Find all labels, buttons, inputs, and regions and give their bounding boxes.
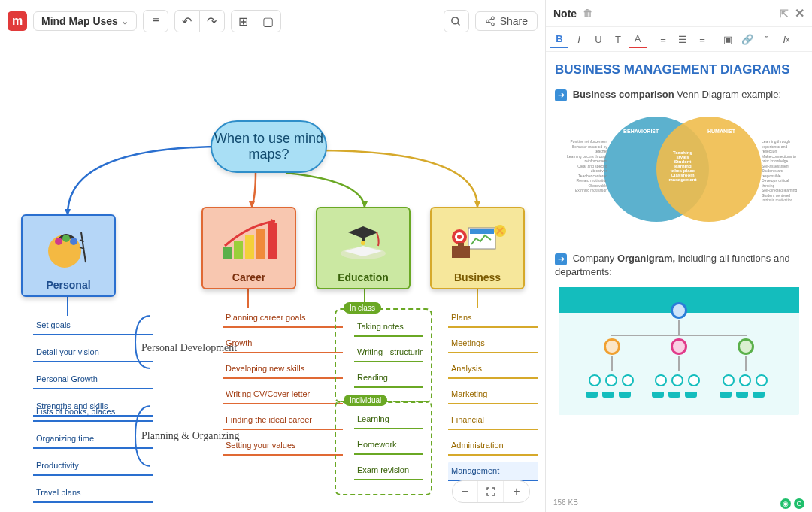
app-logo[interactable]: m <box>8 11 27 31</box>
undo-redo-group: ↶ ↷ <box>174 10 225 32</box>
svg-line-1 <box>458 23 460 25</box>
list-item[interactable]: Homework <box>354 435 423 455</box>
note-header-label: Note <box>553 8 577 20</box>
education-image <box>317 208 409 271</box>
list-item[interactable]: Planning career goals <box>223 308 343 328</box>
undo-button[interactable]: ↶ <box>174 10 200 32</box>
selected-label: Management <box>451 466 499 475</box>
expand-icon[interactable]: ⇱ <box>780 8 789 20</box>
list-item[interactable]: Detail your vision <box>33 343 153 362</box>
list-item[interactable]: Lists of books, places <box>33 402 153 422</box>
svg-rect-33 <box>470 229 494 234</box>
top-toolbar: m Mind Map Uses ⌄ ≡ ↶ ↷ ⊞ ▢ Share <box>0 6 545 36</box>
bold-button[interactable]: B <box>550 30 568 48</box>
align-button[interactable]: ≡ <box>693 30 711 48</box>
education-group-inclass[interactable]: In class Taking notes Writing - structur… <box>335 308 432 403</box>
list-item[interactable]: Travel plans <box>33 483 153 503</box>
share-button[interactable]: Share <box>475 11 538 31</box>
svg-rect-23 <box>234 241 243 259</box>
add-node-button[interactable]: ⊞ <box>231 10 256 32</box>
career-list: Planning career goals Growth Developing … <box>223 308 343 462</box>
list-item[interactable]: Growth <box>223 334 343 353</box>
list-item[interactable]: Learning <box>354 410 423 429</box>
list-item[interactable]: Marketing <box>448 385 538 404</box>
search-button[interactable] <box>444 10 469 32</box>
layout-button[interactable]: ▢ <box>256 10 281 32</box>
italic-button[interactable]: I <box>570 30 588 48</box>
close-icon[interactable]: ✕ <box>795 6 804 20</box>
list-item[interactable]: Finding the ideal career <box>223 411 343 430</box>
redo-button[interactable]: ↷ <box>199 10 225 32</box>
zoom-in-button[interactable]: + <box>504 481 529 502</box>
list-item[interactable]: Taking notes <box>354 317 423 337</box>
list-item[interactable]: Productivity <box>33 456 153 476</box>
branch-personal[interactable]: Personal <box>21 214 116 297</box>
branch-career[interactable]: Career <box>201 207 296 289</box>
note-footer: 156 KB ◉ G <box>546 495 812 512</box>
bullet-list-button[interactable]: ☰ <box>674 30 692 48</box>
underline-button[interactable]: U <box>589 30 607 48</box>
svg-line-5 <box>489 19 492 20</box>
svg-point-16 <box>55 238 62 245</box>
trash-icon[interactable]: 🗑 <box>583 8 592 19</box>
list-item[interactable]: Organizing time <box>33 429 153 449</box>
list-item[interactable]: Analysis <box>448 359 538 379</box>
list-item[interactable]: Writing CV/Cover letter <box>223 385 343 404</box>
note-body[interactable]: BUSINESS MANAGEMENT DIAGRAMS ➔ Business … <box>546 52 812 495</box>
org-chart <box>559 287 799 415</box>
branch-business-label: Business <box>454 271 501 283</box>
list-item[interactable]: Plans <box>448 308 538 328</box>
arrow-icon: ➔ <box>555 89 567 101</box>
share-label: Share <box>500 15 528 27</box>
list-item[interactable]: Writing - structuring <box>354 343 423 362</box>
svg-point-18 <box>70 238 77 245</box>
branch-education[interactable]: Education <box>316 207 411 289</box>
text-button[interactable]: T <box>609 30 627 48</box>
list-item[interactable]: Setting your values <box>223 436 343 456</box>
numbered-list-button[interactable]: ≡ <box>654 30 672 48</box>
list-item[interactable]: Financial <box>448 411 538 430</box>
list-item[interactable]: Meetings <box>448 334 538 353</box>
education-group-individual[interactable]: Individual Learning Homework Exam revisi… <box>335 401 432 495</box>
svg-line-20 <box>80 240 84 241</box>
clear-format-button[interactable]: Ix <box>777 30 795 48</box>
document-title-dropdown[interactable]: Mind Map Uses ⌄ <box>33 11 137 31</box>
zoom-out-button[interactable]: − <box>453 481 478 502</box>
zoom-fit-button[interactable] <box>478 481 504 502</box>
zoom-control: − + <box>452 480 530 503</box>
image-button[interactable]: ▣ <box>719 30 737 48</box>
group-tag: In class <box>344 302 381 314</box>
funnel-icon <box>532 462 538 463</box>
note-size: 156 KB <box>553 498 578 507</box>
personal-image <box>23 216 114 279</box>
grammarly-icon[interactable]: G <box>794 498 804 509</box>
chevron-down-icon: ⌄ <box>121 16 129 26</box>
svg-point-17 <box>62 235 70 242</box>
mindmap-canvas[interactable]: When to use mind maps? Personal Career E… <box>0 45 545 512</box>
link-button[interactable]: 🔗 <box>738 30 756 48</box>
list-item[interactable]: Administration <box>448 436 538 456</box>
note-line-1: ➔ Business comparison Venn Diagram examp… <box>555 88 803 101</box>
branch-business[interactable]: Business <box>430 207 525 289</box>
svg-point-4 <box>491 23 494 26</box>
list-item[interactable]: Exam revision <box>354 461 423 480</box>
list-item[interactable]: Set goals <box>33 316 153 335</box>
svg-rect-26 <box>268 223 277 259</box>
svg-point-36 <box>457 235 462 239</box>
list-item[interactable]: Personal Growth <box>33 370 153 389</box>
grammarly-icon[interactable]: ◉ <box>780 498 791 509</box>
canvas-area[interactable]: m Mind Map Uses ⌄ ≡ ↶ ↷ ⊞ ▢ Share <box>0 0 545 512</box>
list-item[interactable]: Reading <box>354 368 423 388</box>
text-color-button[interactable]: A <box>629 30 647 48</box>
quote-button[interactable]: ” <box>758 30 776 48</box>
list-item[interactable]: Developing new skills <box>223 359 343 379</box>
personal-list-2: Lists of books, places Organizing time P… <box>33 402 153 510</box>
menu-button[interactable]: ≡ <box>143 10 168 32</box>
root-node[interactable]: When to use mind maps? <box>211 120 327 173</box>
svg-rect-25 <box>256 229 265 259</box>
svg-line-19 <box>81 232 86 262</box>
list-item-selected[interactable]: Management ≡ ○ <box>448 462 538 481</box>
svg-rect-24 <box>245 235 254 259</box>
note-line-2: ➔ Company Organigram, including all func… <box>555 252 803 279</box>
career-image <box>203 208 295 271</box>
